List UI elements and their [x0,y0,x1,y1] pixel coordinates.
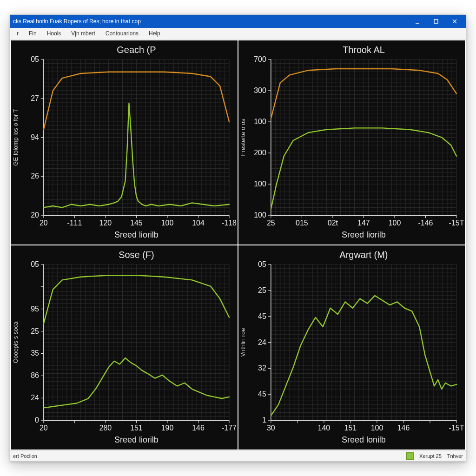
svg-text:27: 27 [31,94,39,102]
svg-text:146: 146 [192,424,205,432]
svg-text:Sreed liorilb: Sreed liorilb [114,230,159,239]
status-right-1: Xerupt 25 [419,453,442,459]
svg-text:145: 145 [130,219,143,227]
svg-rect-1 [434,20,438,23]
svg-text:Geach (P: Geach (P [117,45,156,55]
menu-item-5[interactable]: Help [144,29,165,38]
svg-text:Oooepis s soca: Oooepis s soca [12,321,19,363]
plot-grid: 20-111120145100104-1180527942620Geach (P… [10,40,466,450]
menu-item-0[interactable]: r [12,29,23,38]
svg-text:05: 05 [31,260,39,268]
chart-panel-tr[interactable]: 2501502t147100-146-15T700300100200100100… [238,40,465,245]
svg-text:190: 190 [161,424,174,432]
svg-text:20: 20 [40,219,48,227]
svg-text:Argwart (M): Argwart (M) [339,250,388,260]
svg-text:140: 140 [318,424,331,432]
statusbar: ert Poclion Xerupt 25 Tnhver [10,450,466,461]
svg-text:94: 94 [31,133,39,141]
svg-text:100: 100 [254,118,266,126]
window-title: cks Real botln Fuak Ropers of Res; hore … [13,18,408,25]
app-window: cks Real botln Fuak Ropers of Res; hore … [10,14,466,462]
svg-text:100: 100 [254,180,266,188]
svg-text:151: 151 [344,424,357,432]
svg-text:280: 280 [99,424,112,432]
svg-text:104: 104 [192,219,205,227]
minimize-button[interactable] [408,15,427,28]
svg-text:100: 100 [371,424,383,432]
menu-item-1[interactable]: Fin [24,29,41,38]
menubar: r Fin Hools Vjn mbert Contouarions Help [10,28,466,40]
window-buttons [408,15,464,28]
svg-text:95: 95 [31,305,39,313]
svg-text:45: 45 [258,390,266,398]
status-left: ert Poclion [13,453,37,459]
chart-panel-bl[interactable]: 20280151190146-1770595253586240Sose (F)S… [11,245,238,450]
status-right-2: Tnhver [447,453,463,459]
svg-text:015: 015 [296,219,308,227]
svg-text:-111: -111 [67,219,82,227]
svg-text:1: 1 [262,416,266,424]
menu-item-3[interactable]: Vjn mbert [66,29,99,38]
svg-text:700: 700 [254,55,266,63]
svg-text:Throok AL: Throok AL [343,45,385,55]
svg-text:-177: -177 [222,424,237,432]
svg-text:120: 120 [99,219,112,227]
svg-text:146: 146 [397,424,410,432]
svg-text:Fresterte o os: Fresterte o os [239,119,246,156]
svg-text:GE folomp los o for T: GE folomp los o for T [12,109,19,165]
chart-panel-tl[interactable]: 20-111120145100104-1180527942620Geach (P… [11,40,238,245]
svg-text:26: 26 [31,172,39,180]
svg-text:05: 05 [31,55,39,63]
svg-text:Sreed liorilb: Sreed liorilb [342,230,386,239]
status-indicator-icon [406,452,414,460]
svg-text:20: 20 [31,211,39,219]
svg-text:Virthlin roe: Virthlin roe [239,328,246,357]
svg-text:300: 300 [254,86,266,94]
svg-text:30: 30 [267,424,275,432]
close-button[interactable] [445,15,464,28]
svg-text:24: 24 [258,338,266,346]
svg-text:25: 25 [258,286,266,294]
svg-text:Sreed lonilb: Sreed lonilb [342,435,386,444]
svg-text:-118: -118 [222,219,237,227]
svg-text:-15T: -15T [449,424,464,432]
svg-text:02t: 02t [328,219,338,227]
svg-text:86: 86 [31,371,39,379]
svg-text:32: 32 [258,364,266,372]
maximize-button[interactable] [427,15,445,28]
menu-item-4[interactable]: Contouarions [101,29,143,38]
svg-text:0: 0 [35,416,39,424]
svg-text:20: 20 [40,424,48,432]
svg-text:Sreed liorilb: Sreed liorilb [114,435,159,444]
svg-text:45: 45 [258,312,266,320]
menu-item-2[interactable]: Hools [42,29,66,38]
svg-text:Sose (F): Sose (F) [119,250,154,260]
svg-text:200: 200 [254,149,266,157]
svg-text:100: 100 [254,211,266,219]
svg-text:25: 25 [267,219,275,227]
svg-text:24: 24 [31,394,39,402]
svg-text:05: 05 [258,260,266,268]
svg-text:-15T: -15T [449,219,464,227]
svg-text:-146: -146 [418,219,433,227]
titlebar[interactable]: cks Real botln Fuak Ropers of Res; hore … [10,15,466,28]
svg-text:100: 100 [389,219,401,227]
chart-panel-br[interactable]: 30140151100146-15T0525452432451Argwart (… [238,245,465,450]
svg-text:147: 147 [357,219,370,227]
svg-text:35: 35 [31,349,39,357]
svg-text:100: 100 [161,219,174,227]
svg-text:25: 25 [31,327,39,335]
svg-text:151: 151 [130,424,143,432]
